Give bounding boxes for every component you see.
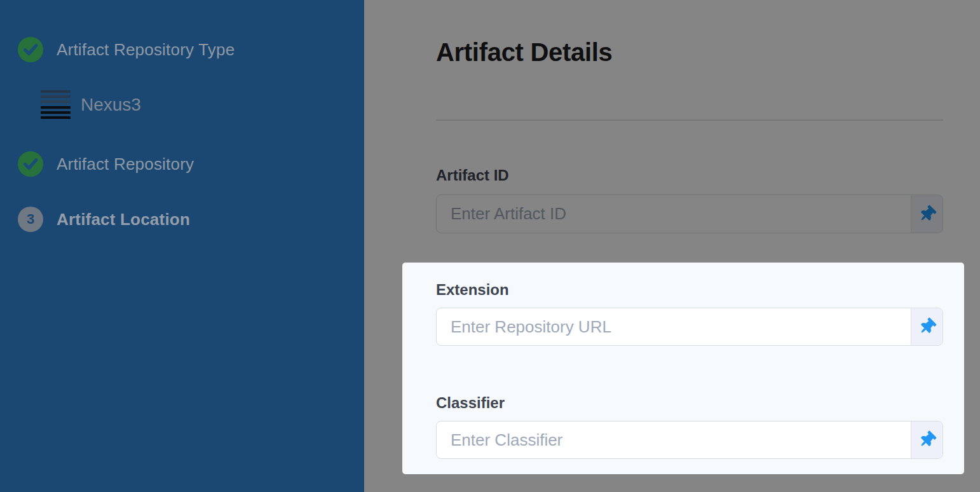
pin-icon	[916, 317, 937, 338]
step-label-artifact-repository: Artifact Repository	[57, 154, 194, 174]
extension-input-group	[436, 308, 943, 346]
step-label-artifact-repository-type: Artifact Repository Type	[57, 40, 235, 60]
step-complete-check-icon	[18, 37, 43, 62]
selected-type-label: Nexus3	[81, 95, 141, 115]
nexus3-icon	[41, 90, 71, 119]
extension-input[interactable]	[437, 308, 911, 345]
step-number-badge: 3	[18, 207, 43, 232]
artifact-id-pin-button[interactable]	[911, 195, 943, 233]
sidebar-step-artifact-repository-type[interactable]: Artifact Repository Type	[18, 37, 235, 62]
wizard-sidebar: Artifact Repository Type Nexus3 Artifact…	[0, 0, 364, 492]
artifact-id-input-group	[436, 195, 943, 233]
extension-label: Extension	[436, 281, 509, 299]
sidebar-selected-type-nexus3[interactable]: Nexus3	[41, 90, 141, 119]
step-number: 3	[27, 212, 34, 226]
sidebar-step-artifact-repository[interactable]: Artifact Repository	[18, 151, 194, 177]
classifier-input-group	[436, 421, 943, 459]
pin-icon	[916, 430, 937, 451]
spotlight-highlight-panel: Extension Classifier	[402, 263, 964, 474]
section-divider	[436, 120, 943, 121]
artifact-id-label: Artifact ID	[436, 167, 509, 184]
step-label-artifact-location: Artifact Location	[57, 210, 190, 229]
main-panel: Artifact Details Artifact ID Extension	[364, 0, 980, 492]
classifier-input[interactable]	[437, 421, 911, 458]
page-title: Artifact Details	[436, 38, 613, 67]
step-complete-check-icon	[18, 151, 43, 177]
extension-pin-button[interactable]	[911, 308, 943, 345]
classifier-pin-button[interactable]	[911, 421, 943, 458]
sidebar-step-artifact-location[interactable]: 3 Artifact Location	[18, 207, 190, 232]
artifact-id-input[interactable]	[437, 195, 911, 233]
wizard-screen: Artifact Repository Type Nexus3 Artifact…	[0, 0, 980, 492]
classifier-label: Classifier	[436, 394, 505, 412]
pin-icon	[916, 203, 937, 224]
